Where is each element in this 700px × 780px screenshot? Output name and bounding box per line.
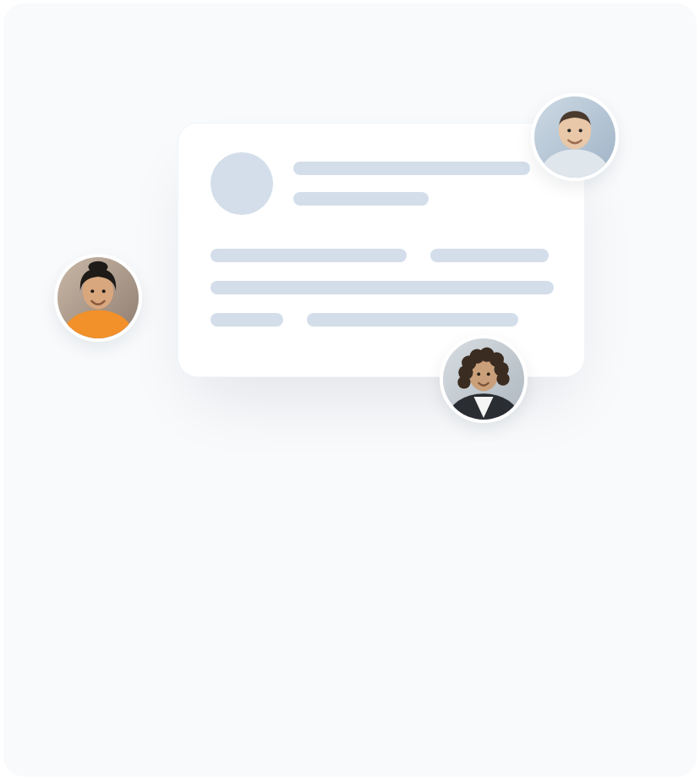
svg-point-9 [90,289,94,293]
person-icon [57,257,139,338]
header-lines [293,162,552,206]
svg-point-21 [457,376,470,388]
subtitle-placeholder [293,192,429,206]
profile-card [178,123,585,377]
svg-point-20 [496,372,509,385]
avatar-placeholder-icon [211,152,273,215]
svg-point-10 [102,289,106,293]
svg-point-22 [477,372,480,376]
svg-point-8 [88,261,107,272]
body-row-2 [211,281,552,294]
person-icon [443,338,524,420]
body-row-3 [211,313,552,327]
avatar-person-2 [531,93,619,181]
text-placeholder [307,313,518,327]
avatar-person-3 [440,335,528,423]
svg-point-3 [567,129,571,132]
feature-panel [3,3,697,777]
text-placeholder [211,281,554,294]
person-icon [534,96,615,178]
text-placeholder [430,249,549,262]
svg-point-23 [487,372,490,376]
svg-point-4 [579,129,582,132]
avatar-person-1 [54,254,142,342]
text-placeholder [211,249,407,262]
text-placeholder [211,313,283,327]
card-header [211,152,552,215]
body-row-1 [211,249,552,262]
title-placeholder [293,162,530,175]
